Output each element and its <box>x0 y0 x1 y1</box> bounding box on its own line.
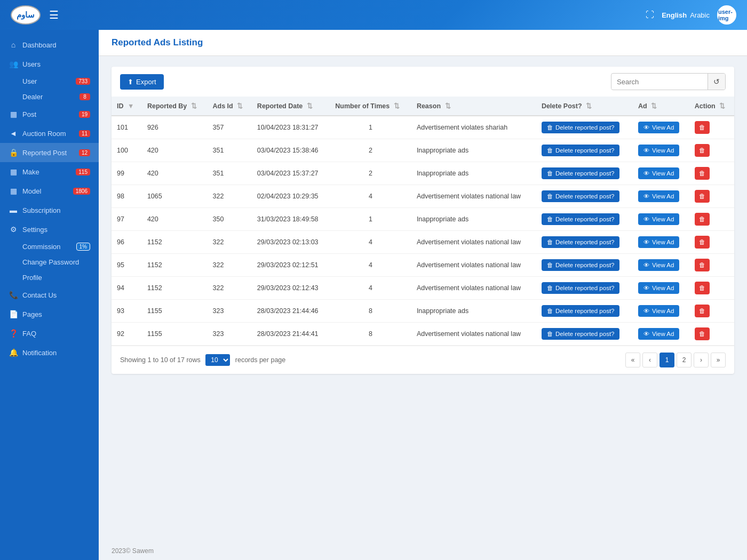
page-first-btn[interactable]: « <box>625 353 640 367</box>
cell-reported-date: 28/03/2023 21:44:41 <box>252 323 330 346</box>
action-cell: 🗑 <box>695 282 729 294</box>
view-ad-button[interactable]: 👁 View Ad <box>638 190 679 202</box>
col-action[interactable]: Action ⇅ <box>689 97 734 116</box>
cell-reported-by: 1152 <box>142 277 208 300</box>
col-reported-date[interactable]: Reported Date ⇅ <box>252 97 330 116</box>
delete-action-button[interactable]: 🗑 <box>695 190 710 203</box>
page-2-btn[interactable]: 2 <box>677 353 692 367</box>
sidebar-item-pages[interactable]: 📄 Pages <box>0 305 99 324</box>
cell-view-ad: 👁 View Ad <box>633 231 689 254</box>
hamburger-icon[interactable]: ☰ <box>49 9 59 21</box>
eye-icon: 👁 <box>643 216 650 222</box>
search-button[interactable]: ↺ <box>708 74 725 90</box>
delete-action-button[interactable]: 🗑 <box>695 121 710 134</box>
page-prev-btn[interactable]: ‹ <box>642 353 657 367</box>
cell-id: 95 <box>112 254 142 277</box>
lang-arabic[interactable]: Arabic <box>690 11 710 19</box>
delete-post-button[interactable]: 🗑 Delete reported post? <box>542 167 620 179</box>
delete-post-button[interactable]: 🗑 Delete reported post? <box>542 305 620 317</box>
delete-action-button[interactable]: 🗑 <box>695 213 710 226</box>
sidebar-item-make[interactable]: ▦ Make 115 <box>0 162 99 181</box>
per-page-select[interactable]: 10 25 50 <box>205 354 230 366</box>
cell-view-ad: 👁 View Ad <box>633 139 689 162</box>
sidebar-item-post[interactable]: ▦ Post 19 <box>0 105 99 124</box>
badge-make: 115 <box>76 169 90 175</box>
search-input[interactable] <box>611 75 708 89</box>
cell-reason: Advertisement violates national law <box>411 323 536 346</box>
col-delete[interactable]: Delete Post? ⇅ <box>536 97 633 116</box>
sidebar-item-faq[interactable]: ❓ FAQ <box>0 324 99 343</box>
sidebar-item-dealer[interactable]: Dealer 8 <box>0 89 99 105</box>
view-ad-button[interactable]: 👁 View Ad <box>638 282 679 294</box>
delete-post-button[interactable]: 🗑 Delete reported post? <box>542 236 620 248</box>
sidebar-item-change-password[interactable]: Change Password <box>0 254 99 270</box>
sidebar-label-pages: Pages <box>22 310 90 318</box>
sidebar-item-auction-room[interactable]: ◄ Auction Room 11 <box>0 124 99 143</box>
delete-post-button[interactable]: 🗑 Delete reported post? <box>542 190 620 202</box>
delete-action-button[interactable]: 🗑 <box>695 144 710 157</box>
col-reported-by[interactable]: Reported By ⇅ <box>142 97 208 116</box>
view-ad-button[interactable]: 👁 View Ad <box>638 259 679 271</box>
cell-delete: 🗑 Delete reported post? <box>536 208 633 231</box>
sidebar-item-settings[interactable]: ⚙ Settings <box>0 220 99 239</box>
view-ad-button[interactable]: 👁 View Ad <box>638 305 679 317</box>
sidebar-item-commission[interactable]: Commission 1% <box>0 239 99 254</box>
cell-action: 🗑 <box>689 116 734 139</box>
delete-post-button[interactable]: 🗑 Delete reported post? <box>542 145 620 156</box>
user-avatar[interactable]: user-img <box>717 5 736 25</box>
delete-post-button[interactable]: 🗑 Delete reported post? <box>542 213 620 225</box>
delete-action-button[interactable]: 🗑 <box>695 236 710 249</box>
sidebar-item-contact-us[interactable]: 📞 Contact Us <box>0 285 99 305</box>
col-id[interactable]: ID ▼ <box>112 97 142 116</box>
delete-action-button[interactable]: 🗑 <box>695 259 710 271</box>
sidebar-item-user[interactable]: User 733 <box>0 74 99 89</box>
sidebar-item-notification[interactable]: 🔔 Notification <box>0 343 99 362</box>
cell-view-ad: 👁 View Ad <box>633 300 689 323</box>
sidebar-item-reported-post[interactable]: 🔒 Reported Post 12 <box>0 143 99 162</box>
table-row: 100 420 351 03/04/2023 15:38:46 2 Inappr… <box>112 139 734 162</box>
sidebar: ⌂ Dashboard 👥 Users User 733 Dealer 8 ▦ … <box>0 30 99 560</box>
cell-reason: Advertisement violates shariah <box>411 116 536 139</box>
cell-reported-by: 420 <box>142 139 208 162</box>
view-ad-button[interactable]: 👁 View Ad <box>638 236 679 248</box>
cell-ads-id: 322 <box>208 254 252 277</box>
page-last-btn[interactable]: » <box>711 353 726 367</box>
delete-action-button[interactable]: 🗑 <box>695 327 710 340</box>
view-ad-button[interactable]: 👁 View Ad <box>638 167 679 179</box>
view-ad-button[interactable]: 👁 View Ad <box>638 213 679 225</box>
sidebar-item-model[interactable]: ▦ Model 1806 <box>0 181 99 201</box>
sidebar-item-profile[interactable]: Profile <box>0 270 99 285</box>
home-icon: ⌂ <box>9 41 18 49</box>
cell-ads-id: 323 <box>208 323 252 346</box>
cell-view-ad: 👁 View Ad <box>633 116 689 139</box>
page-1-btn[interactable]: 1 <box>659 353 674 367</box>
view-ad-button[interactable]: 👁 View Ad <box>638 145 679 156</box>
view-ad-button[interactable]: 👁 View Ad <box>638 328 679 340</box>
col-ads-id[interactable]: Ads Id ⇅ <box>208 97 252 116</box>
col-ad[interactable]: Ad ⇅ <box>633 97 689 116</box>
col-reason[interactable]: Reason ⇅ <box>411 97 536 116</box>
sidebar-item-dashboard[interactable]: ⌂ Dashboard <box>0 35 99 54</box>
sidebar-label-user: User <box>22 77 37 85</box>
sidebar-label-subscription: Subscription <box>22 206 90 214</box>
export-button[interactable]: ⬆ Export <box>120 74 164 90</box>
delete-action-button[interactable]: 🗑 <box>695 282 710 294</box>
cell-delete: 🗑 Delete reported post? <box>536 162 633 185</box>
delete-action-button[interactable]: 🗑 <box>695 167 710 180</box>
delete-action-button[interactable]: 🗑 <box>695 305 710 317</box>
sidebar-item-users[interactable]: 👥 Users <box>0 54 99 74</box>
delete-post-button[interactable]: 🗑 Delete reported post? <box>542 259 620 271</box>
view-ad-button[interactable]: 👁 View Ad <box>638 122 679 133</box>
delete-post-button[interactable]: 🗑 Delete reported post? <box>542 328 620 340</box>
cell-reported-by: 1152 <box>142 231 208 254</box>
nav-left: ساوم ☰ <box>11 5 59 25</box>
action-cell: 🗑 <box>695 121 729 134</box>
nav-right: ⛶ English Arabic user-img <box>646 5 736 25</box>
delete-post-button[interactable]: 🗑 Delete reported post? <box>542 122 620 133</box>
page-next-btn[interactable]: › <box>694 353 709 367</box>
delete-post-button[interactable]: 🗑 Delete reported post? <box>542 282 620 294</box>
sidebar-item-subscription[interactable]: ▬ Subscription <box>0 201 99 220</box>
col-times[interactable]: Number of Times ⇅ <box>330 97 411 116</box>
sidebar-label-post: Post <box>22 110 75 118</box>
lang-english[interactable]: English <box>662 11 687 19</box>
